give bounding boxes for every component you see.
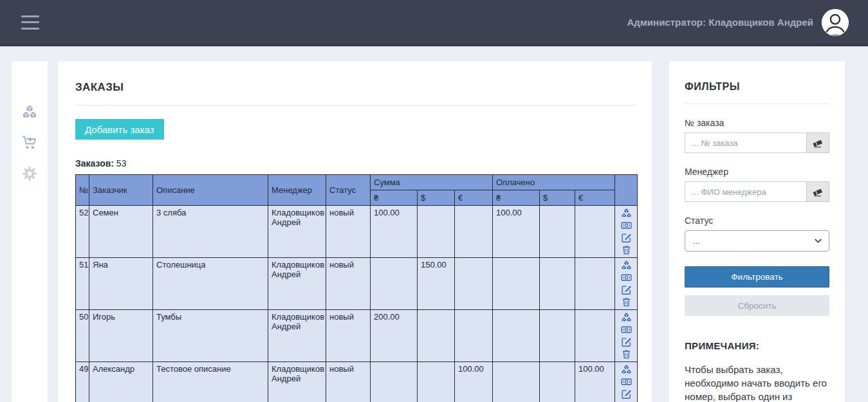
col-header-number: № xyxy=(76,175,89,206)
cell-sum-uah: 200.00 xyxy=(371,310,418,362)
order-items-button[interactable] xyxy=(621,312,632,323)
topbar: Администратор: Кладовщиков Андрей xyxy=(0,0,868,46)
cell-paid-uah xyxy=(493,258,540,310)
cell-status: новый xyxy=(326,206,371,258)
icon-rail xyxy=(12,61,48,402)
order-edit-button[interactable] xyxy=(621,388,632,399)
orders-table: № Заказчик Описание Менеджер Статус Сумм… xyxy=(75,174,638,402)
order-edit-button[interactable] xyxy=(621,232,632,243)
table-row: 52 Семен 3 сляба Кладовщиков Андрей новы… xyxy=(76,206,638,258)
cell-manager: Кладовщиков Андрей xyxy=(268,206,326,258)
cell-paid-usd xyxy=(540,206,575,258)
manager-clear-button[interactable] xyxy=(806,181,829,202)
notes-text: Чтобы выбрать заказ, необходимо начать в… xyxy=(685,363,829,402)
notes-title: ПРИМЕЧАНИЯ: xyxy=(685,340,829,351)
divider xyxy=(685,104,829,104)
cell-paid-usd xyxy=(540,310,575,362)
sidebar-item-settings[interactable] xyxy=(21,165,38,182)
edit-icon xyxy=(621,232,632,243)
sidebar-item-orders[interactable] xyxy=(21,134,38,151)
col-header-description: Описание xyxy=(153,175,268,206)
cell-actions xyxy=(615,310,638,362)
filters-title: ФИЛЬТРЫ xyxy=(685,81,829,93)
order-items-button[interactable] xyxy=(621,364,632,375)
order-edit-button[interactable] xyxy=(621,284,632,295)
cubes-icon xyxy=(621,364,632,375)
cell-manager: Кладовщиков Андрей xyxy=(268,362,326,402)
cell-paid-usd xyxy=(540,258,575,310)
cell-paid-eur xyxy=(575,258,615,310)
order-delete-button[interactable] xyxy=(621,297,632,307)
table-row: 49 Александр Тестовое описание Кладовщик… xyxy=(76,362,638,402)
cell-sum-eur: 100.00 xyxy=(455,362,493,402)
eraser-icon xyxy=(812,187,823,197)
cell-sum-usd: 150.00 xyxy=(418,258,455,310)
order-edit-button[interactable] xyxy=(621,336,632,347)
cell-number: 50 xyxy=(76,310,89,362)
cell-actions xyxy=(615,258,638,310)
filters-panel: ФИЛЬТРЫ № заказа Менеджер Статус ... Фил… xyxy=(669,61,845,402)
cart-arrow-down-icon xyxy=(22,135,37,151)
cell-paid-usd xyxy=(540,362,575,402)
manager-input[interactable] xyxy=(685,181,806,202)
order-payment-button[interactable] xyxy=(621,376,632,387)
col-header-paid-uah: ₴ xyxy=(493,190,540,206)
cell-number: 51 xyxy=(76,258,89,310)
cell-description: 3 сляба xyxy=(153,206,268,258)
col-header-paid-usd: $ xyxy=(540,190,575,206)
cell-description: Тумбы xyxy=(153,310,268,362)
cubes-icon xyxy=(621,260,632,271)
cell-status: новый xyxy=(326,362,371,402)
cell-manager: Кладовщиков Андрей xyxy=(268,258,326,310)
reset-button[interactable]: Сбросить xyxy=(685,295,829,316)
order-number-input[interactable] xyxy=(685,132,806,153)
order-items-button[interactable] xyxy=(621,260,632,271)
cell-sum-eur xyxy=(455,206,493,258)
admin-user-label: Администратор: Кладовщиков Андрей xyxy=(627,17,813,28)
col-header-manager: Менеджер xyxy=(268,175,326,206)
orders-count: Заказов: 53 xyxy=(75,158,637,169)
filter-button[interactable]: Фильтровать xyxy=(685,266,829,288)
order-number-label: № заказа xyxy=(685,118,829,128)
cell-paid-eur xyxy=(575,310,615,362)
cell-paid-eur xyxy=(575,206,615,258)
orders-table-body: 52 Семен 3 сляба Кладовщиков Андрей новы… xyxy=(76,206,638,402)
order-payment-button[interactable] xyxy=(621,220,632,231)
cell-sum-usd xyxy=(418,310,455,362)
cell-sum-uah: 100.00 xyxy=(371,206,418,258)
order-number-clear-button[interactable] xyxy=(806,132,829,153)
cell-sum-usd xyxy=(418,362,455,402)
sidebar-item-products[interactable] xyxy=(21,104,38,120)
trash-icon xyxy=(621,244,632,255)
edit-icon xyxy=(621,388,632,399)
order-delete-button[interactable] xyxy=(621,244,632,255)
cubes-icon xyxy=(22,104,37,120)
edit-icon xyxy=(621,336,632,347)
order-delete-button[interactable] xyxy=(621,349,632,360)
page-title: ЗАКАЗЫ xyxy=(75,81,637,94)
orders-count-label: Заказов: xyxy=(75,158,114,169)
order-payment-button[interactable] xyxy=(621,272,632,283)
cell-description: Тестовое описание xyxy=(153,362,268,402)
money-icon xyxy=(621,272,632,283)
eraser-icon xyxy=(812,138,823,149)
col-header-sum-eur: € xyxy=(455,190,493,206)
cell-customer: Александр xyxy=(89,362,153,402)
cell-description: Столешница xyxy=(153,258,268,310)
col-header-customer: Заказчик xyxy=(89,175,153,206)
cell-sum-usd xyxy=(418,206,455,258)
col-header-paid-eur: € xyxy=(575,190,615,206)
order-payment-button[interactable] xyxy=(621,324,632,335)
cell-status: новый xyxy=(326,310,371,362)
add-order-button[interactable]: Добавить заказ xyxy=(75,119,164,140)
user-avatar-icon[interactable] xyxy=(822,9,849,36)
cubes-icon xyxy=(621,208,632,219)
table-row: 51 Яна Столешница Кладовщиков Андрей нов… xyxy=(76,258,638,310)
order-items-button[interactable] xyxy=(621,208,632,219)
col-header-paid: Оплачено xyxy=(493,175,615,190)
hamburger-icon[interactable] xyxy=(21,15,39,30)
col-header-status: Статус xyxy=(326,175,371,206)
cell-sum-uah xyxy=(371,258,418,310)
money-icon xyxy=(621,324,632,335)
status-select[interactable]: ... xyxy=(685,230,829,251)
